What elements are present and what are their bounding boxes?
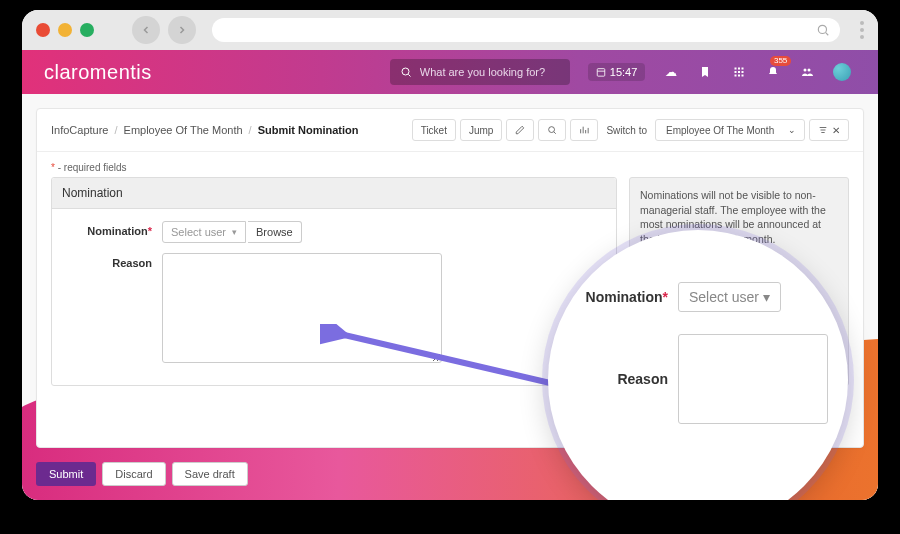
svg-rect-10 <box>738 71 740 73</box>
search-button[interactable] <box>538 119 566 141</box>
app-header: claromentis 15:47 ☁ 355 <box>22 50 878 94</box>
search-icon <box>816 23 830 37</box>
browser-menu-icon[interactable] <box>860 21 864 39</box>
svg-rect-11 <box>742 71 744 73</box>
select-user-dropdown[interactable]: Select user ▾ <box>162 221 246 243</box>
crumb-root[interactable]: InfoCapture <box>51 124 108 136</box>
crumb-mid[interactable]: Employee Of The Month <box>124 124 243 136</box>
clock: 15:47 <box>588 63 646 81</box>
svg-rect-4 <box>597 69 605 77</box>
jump-button[interactable]: Jump <box>460 119 502 141</box>
reason-textarea[interactable] <box>162 253 442 363</box>
svg-point-15 <box>804 69 807 72</box>
svg-rect-9 <box>735 71 737 73</box>
svg-point-17 <box>549 127 555 133</box>
svg-point-0 <box>818 25 826 33</box>
svg-line-3 <box>408 74 410 76</box>
settings-button[interactable]: ✕ <box>809 119 849 141</box>
crumb-leaf: Submit Nomination <box>258 124 359 136</box>
forward-button[interactable] <box>168 16 196 44</box>
cloud-icon[interactable]: ☁ <box>663 64 679 80</box>
browse-button[interactable]: Browse <box>248 221 302 243</box>
url-bar[interactable] <box>212 18 840 42</box>
save-draft-button[interactable]: Save draft <box>172 462 248 486</box>
magnifier-select-user: Select user ▾ <box>678 282 781 312</box>
reason-label: Reason <box>62 253 162 363</box>
ticket-button[interactable]: Ticket <box>412 119 456 141</box>
svg-rect-12 <box>735 75 737 77</box>
window-minimize-dot[interactable] <box>58 23 72 37</box>
magnifier-reason-box <box>678 334 828 424</box>
bookmark-icon[interactable] <box>697 64 713 80</box>
search-icon <box>400 66 412 78</box>
svg-point-16 <box>808 69 811 72</box>
required-note: * - required fields <box>37 152 863 177</box>
back-button[interactable] <box>132 16 160 44</box>
magnifier-reason-label: Reason <box>562 371 668 387</box>
header-search-input[interactable] <box>420 66 560 78</box>
window-maximize-dot[interactable] <box>80 23 94 37</box>
svg-line-1 <box>826 33 829 36</box>
switch-to-label: Switch to <box>602 125 651 136</box>
bell-icon[interactable]: 355 <box>765 64 781 80</box>
apps-icon[interactable] <box>731 64 747 80</box>
svg-point-2 <box>402 68 409 75</box>
stats-button[interactable] <box>570 119 598 141</box>
submit-button[interactable]: Submit <box>36 462 96 486</box>
chevron-down-icon: ⌄ <box>788 125 796 135</box>
discard-button[interactable]: Discard <box>102 462 165 486</box>
nomination-form-card: Nomination Nomination* Select user ▾ Bro… <box>51 177 617 386</box>
svg-rect-14 <box>742 75 744 77</box>
edit-button[interactable] <box>506 119 534 141</box>
magnifier-nomination-label: Nomination* <box>562 289 668 305</box>
svg-rect-8 <box>742 68 744 70</box>
switch-project-select[interactable]: Employee Of The Month⌄ <box>655 119 805 141</box>
window-close-dot[interactable] <box>36 23 50 37</box>
browser-toolbar <box>22 10 878 50</box>
breadcrumb: InfoCapture / Employee Of The Month / Su… <box>51 124 358 136</box>
avatar[interactable] <box>833 63 851 81</box>
svg-rect-13 <box>738 75 740 77</box>
logo: claromentis <box>44 61 152 84</box>
chevron-down-icon: ▾ <box>232 227 237 237</box>
people-icon[interactable] <box>799 64 815 80</box>
panel-toolbar: Ticket Jump Switch to Employee Of The Mo… <box>412 119 849 141</box>
chevron-down-icon: ▾ <box>763 289 770 305</box>
calendar-icon <box>596 67 606 77</box>
nomination-label: Nomination* <box>62 221 162 243</box>
card-title: Nomination <box>52 178 616 209</box>
svg-line-18 <box>554 132 556 134</box>
svg-rect-7 <box>738 68 740 70</box>
notif-badge: 355 <box>770 56 791 66</box>
header-search[interactable] <box>390 59 570 85</box>
svg-rect-6 <box>735 68 737 70</box>
